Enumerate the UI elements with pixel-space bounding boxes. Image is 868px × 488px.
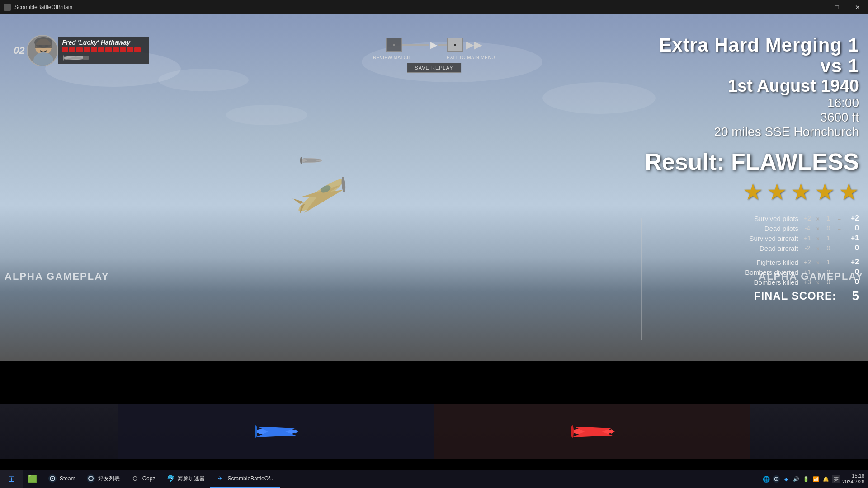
friends-icon: [86, 474, 95, 483]
dead-aircraft-count: 0: [824, 244, 833, 252]
svg-point-33: [52, 478, 53, 479]
svg-point-29: [571, 425, 574, 438]
start-button[interactable]: ⊞: [0, 470, 23, 488]
stars-row: ★ ★ ★ ★ ★: [642, 179, 859, 205]
title-bar: ScrambleBattleOfBritain — □ ✕: [0, 0, 868, 14]
survived-pilots-val: +2: [845, 214, 859, 222]
dead-aircraft-mult: -2: [803, 244, 812, 252]
review-match-label[interactable]: REVIEW MATCH: [373, 55, 410, 60]
clock-time: 15:18: [842, 473, 864, 479]
health-seg-8: [113, 47, 119, 52]
taskbar-scramble[interactable]: ✈ ScrambleBattleOf...: [210, 470, 280, 488]
survived-aircraft-mult: +1: [803, 235, 812, 242]
bottom-plane-area: [0, 404, 868, 459]
window-controls[interactable]: — □ ✕: [806, 0, 868, 14]
exit-main-menu-label[interactable]: EXIT TO MAIN MENU: [447, 55, 495, 60]
volume-icon[interactable]: 🔔: [822, 475, 830, 483]
steam-icon: [48, 474, 57, 483]
health-seg-1: [62, 47, 68, 52]
final-score-value: 5: [841, 289, 859, 303]
titlebar-left: ScrambleBattleOfBritain: [0, 4, 72, 11]
pilot-avatar: [27, 35, 58, 66]
svg-marker-30: [611, 429, 615, 434]
taskbar-right: 🌐 ◆ 🔊 🔋 📶 🔔 英 15:18 2024/7/26: [762, 473, 868, 485]
tray-icon-4[interactable]: 🔊: [792, 475, 800, 483]
taskbar[interactable]: ⊞ 🟩 Steam 好友列表 O Oopz: [0, 470, 868, 488]
health-seg-6: [98, 47, 104, 52]
nav-right-box[interactable]: ▪: [447, 38, 463, 52]
app-icon: [4, 4, 11, 11]
star-4: ★: [815, 179, 835, 205]
maximize-button[interactable]: □: [826, 0, 847, 14]
svg-point-19: [63, 55, 65, 61]
dead-aircraft-val: 0: [845, 244, 859, 252]
match-date: 1st August 1940: [642, 76, 859, 96]
match-location: 20 miles SSE Hornchurch: [642, 125, 859, 139]
dead-aircraft-label: Dead aircraft: [726, 244, 798, 252]
taskbar-clock: 15:18 2024/7/26: [842, 473, 864, 485]
health-seg-2: [69, 47, 75, 52]
star-3: ★: [791, 179, 811, 205]
fighters-killed-count: 1: [824, 258, 833, 266]
svg-point-34: [87, 474, 95, 483]
taskbar-steam[interactable]: Steam: [42, 470, 81, 488]
health-seg-9: [120, 47, 126, 52]
scramble-label: ScrambleBattleOf...: [227, 475, 274, 482]
svg-rect-16: [35, 45, 52, 48]
small-aircraft: [297, 154, 325, 167]
svg-point-38: [776, 479, 777, 480]
health-seg-7: [105, 47, 112, 52]
window-title: ScrambleBattleOfBritain: [14, 4, 72, 10]
health-seg-11: [134, 47, 141, 52]
star-1: ★: [743, 179, 763, 205]
taskbar-dolphin[interactable]: 🐬 海豚加速器: [160, 470, 210, 488]
minimize-button[interactable]: —: [806, 0, 826, 14]
svg-point-24: [255, 425, 257, 438]
network-wifi-icon[interactable]: 📶: [812, 475, 820, 483]
taskbar-minecraft[interactable]: 🟩: [23, 470, 42, 488]
dolphin-icon: 🐬: [166, 474, 175, 483]
windows-icon: ⊞: [8, 474, 15, 484]
score-row-dead-pilots: Dead pilots -4 x 0 = 0: [642, 224, 859, 232]
tray-icon-3[interactable]: ◆: [782, 475, 790, 483]
game-area: 02 Fred 'Lucky' Hathaway: [0, 14, 868, 361]
survived-aircraft-label: Survived aircraft: [726, 235, 798, 242]
survived-aircraft-val: +1: [845, 234, 859, 242]
survived-pilots-count: 1: [824, 215, 833, 222]
tray-icon-5[interactable]: 🔋: [802, 475, 810, 483]
dead-pilots-label: Dead pilots: [726, 225, 798, 232]
svg-rect-20: [83, 56, 89, 60]
taskbar-oopz[interactable]: O Oopz: [125, 470, 161, 488]
oopz-icon: O: [131, 474, 140, 483]
info-panel: Extra Hard Merging 1 vs 1 1st August 194…: [642, 35, 868, 303]
pilot-number: 02: [14, 45, 24, 56]
health-bar: [62, 47, 145, 52]
nav-buttons[interactable]: ▪ ▶ ▪ ▶▶ REVIEW MATCH EXIT TO MAIN MENU …: [373, 38, 495, 73]
oopz-label: Oopz: [142, 475, 156, 482]
vertical-divider: [641, 218, 642, 340]
alpha-watermark-right: ALPHA GAMEPLAY: [759, 271, 863, 282]
blue-plane-area: [118, 404, 434, 459]
save-replay-button[interactable]: SAVE REPLAY: [407, 63, 461, 73]
fighters-killed-label: Fighters killed: [726, 258, 798, 266]
nav-left-box[interactable]: ▪: [386, 38, 402, 52]
plane-hud-icon: [62, 53, 89, 62]
scramble-icon: ✈: [216, 474, 225, 483]
match-title: Extra Hard Merging 1 vs 1: [642, 35, 859, 76]
health-seg-3: [76, 47, 83, 52]
dolphin-label: 海豚加速器: [178, 475, 205, 483]
network-icon[interactable]: 🌐: [762, 475, 770, 483]
language-indicator[interactable]: 英: [832, 475, 840, 483]
close-button[interactable]: ✕: [847, 0, 868, 14]
pilot-name: Fred 'Lucky' Hathaway: [62, 39, 145, 46]
health-seg-10: [127, 47, 133, 52]
pilot-info-panel: Fred 'Lucky' Hathaway: [58, 37, 149, 64]
taskbar-friends[interactable]: 好友列表: [81, 470, 125, 488]
fighters-killed-mult: +2: [803, 258, 812, 266]
nav-arrows[interactable]: ▪ ▶ ▪ ▶▶: [386, 38, 482, 52]
survived-pilots-label: Survived pilots: [726, 215, 798, 222]
steam-tray-icon[interactable]: [772, 475, 780, 483]
svg-point-12: [33, 52, 53, 66]
friends-label: 好友列表: [98, 475, 120, 483]
score-divider: [642, 255, 859, 255]
